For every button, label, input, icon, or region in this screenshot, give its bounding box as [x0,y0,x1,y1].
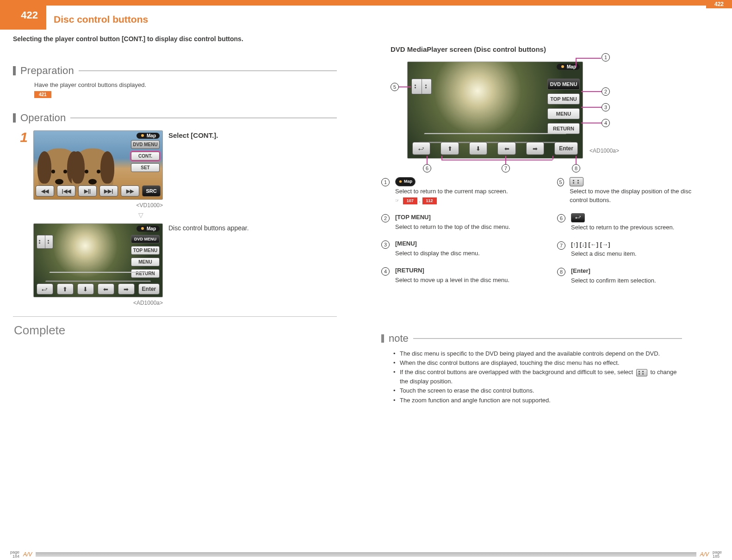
note-item: Touch the screen to erase the disc contr… [393,386,682,395]
legend-3-desc: Select to display the disc menu. [395,250,480,257]
cont-button[interactable]: CONT. [131,152,160,160]
divider [13,316,337,317]
menu-button[interactable]: MENU [131,258,160,266]
preparation-heading: Preparation [13,65,337,77]
back-button[interactable]: ⮐ [412,142,430,155]
dvd-menu-button[interactable]: DVD MENU [131,235,160,243]
set-button[interactable]: SET [131,163,160,172]
callout-7: 7 [502,164,510,172]
arrow-left-button[interactable]: ⬅ [497,142,515,155]
svg-rect-4 [48,240,49,241]
grid-icon [572,179,581,185]
legend-num-7: 7 [557,241,565,250]
move-position-button[interactable] [37,235,53,249]
arrow-right-button[interactable]: ➡ [118,283,135,295]
pin-icon [398,180,403,184]
menu-button[interactable]: MENU [547,108,580,119]
legend-2-head: [TOP MENU] [395,213,431,222]
operation-title: Operation [20,112,66,124]
move-position-icon [570,177,583,186]
note-list: The disc menu is specific to the DVD bei… [381,349,682,405]
arrow-down-button[interactable]: ⬇ [77,283,94,295]
screenshot-player-cont: Map DVD MENU CONT. SET ◀◀ [33,130,163,200]
right-subtitle: DVD MediaPlayer screen (Disc control but… [391,45,707,53]
arrow-left-button[interactable]: ⬅ [98,283,114,295]
footer: page 184 A/V A/V page 185 [0,549,732,560]
callout-8: 8 [572,164,580,172]
move-position-button[interactable] [411,79,432,94]
page-number-box: 422 [0,6,46,30]
ffwd-button[interactable]: ▶▶ [121,185,139,197]
pin-icon [560,65,565,69]
svg-rect-10 [425,87,427,88]
arrow-up-button[interactable]: ⬆ [440,142,459,155]
top-menu-button[interactable]: TOP MENU [131,246,160,255]
result-text: Disc control buttons appear. [168,224,249,232]
legend-8-desc: Select to confirm item selection. [571,277,656,284]
pin-icon [140,134,145,138]
svg-rect-16 [639,371,640,372]
diagram-ref: <AD1000a> [589,148,619,154]
map-button[interactable]: Map [136,226,160,232]
preparation-text: Have the player control buttons displaye… [34,81,337,88]
grid-left-icon [414,84,420,89]
legend-num-8: 8 [557,268,565,276]
arrow-right-button[interactable]: ➡ [526,142,544,155]
grid-right-icon [46,239,52,245]
svg-point-0 [141,134,144,137]
callout-4: 4 [602,119,610,127]
map-button[interactable]: Map [136,133,160,139]
map-icon: Map [395,177,416,186]
diagram: Map DVD MENU TOP MENU MENU RETURN ⮐ ⬆ ⬇ [391,62,631,159]
legend-num-2: 2 [381,214,390,222]
operation-heading: Operation [13,112,337,124]
svg-rect-19 [642,373,644,375]
dvd-menu-button[interactable]: DVD MENU [547,79,580,90]
grid-icon [638,370,645,375]
note-item: If the disc control buttons are overlapp… [393,368,682,386]
legend-1-desc: Select to return to the current map scre… [395,188,508,195]
header-row: 422 Disc control buttons [0,6,732,30]
footer-left-av: A/V [19,551,36,558]
screenshot-diagram: Map DVD MENU TOP MENU MENU RETURN ⮐ ⬆ ⬇ [407,62,583,159]
prev-track-button[interactable]: |◀◀ [57,185,75,197]
svg-rect-18 [642,371,644,372]
svg-rect-9 [425,85,427,86]
legend-6-desc: Select to return to the previous screen. [571,224,674,231]
rewind-button[interactable]: ◀◀ [36,185,54,197]
legend-1-ref-b: 112 [422,197,437,204]
svg-rect-14 [577,180,579,181]
enter-button[interactable]: Enter [138,283,160,295]
arrow-down-button[interactable]: ⬇ [469,142,487,155]
page-title: Disc control buttons [46,10,148,25]
svg-rect-17 [639,373,640,375]
screenshot2-ref: <AD1000a> [133,300,163,306]
callout-5: 5 [391,83,399,91]
legend-7-head: [↑] [↓] [←] [→] [571,240,610,249]
step-instruction: Select [CONT.]. [168,131,249,139]
grid-right-icon [424,84,429,89]
next-track-button[interactable]: ▶▶| [99,185,118,197]
legend-8-head: [Enter] [571,267,590,276]
legend-num-6: 6 [557,214,565,222]
legend-num-3: 3 [381,240,390,249]
note-item: When the disc control buttons are displa… [393,358,682,368]
back-button[interactable]: ⮐ [37,283,53,295]
callout-2: 2 [602,87,610,96]
arrow-up-button[interactable]: ⬆ [57,283,74,295]
note-item-3a: If the disc control buttons are overlapp… [400,369,633,375]
svg-point-11 [399,180,402,182]
complete-label: Complete [13,323,337,338]
dvd-menu-button[interactable]: DVD MENU [131,140,160,149]
legend-2-desc: Select to return to the top of the disc … [395,223,510,230]
return-button[interactable]: RETURN [547,123,580,134]
src-button[interactable]: SRC [142,185,161,197]
top-menu-button[interactable]: TOP MENU [547,93,580,105]
preparation-title: Preparation [20,65,74,77]
footer-right-av: A/V [696,551,713,558]
enter-button[interactable]: Enter [554,142,578,155]
screenshot1-ref: <VD1000> [136,202,163,209]
cross-ref-icon: ☞ [395,198,399,203]
play-pause-button[interactable]: ▶|| [78,185,97,197]
svg-rect-13 [573,182,574,184]
